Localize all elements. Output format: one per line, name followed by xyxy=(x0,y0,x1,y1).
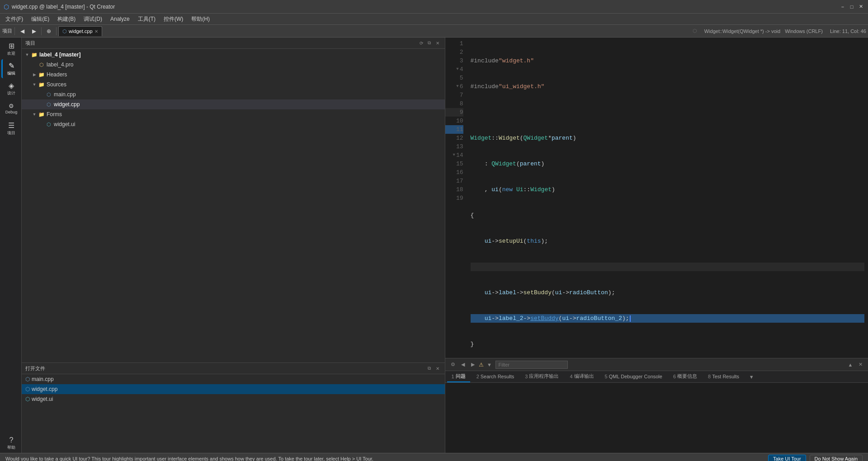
menu-debug[interactable]: 调试(D) xyxy=(80,14,106,24)
headers-arrow: ▶ xyxy=(31,72,38,77)
title-bar: ⬡ widget.cpp @ label_4 [master] - Qt Cre… xyxy=(0,0,868,14)
tab-app-output[interactable]: 3 应用程序输出 xyxy=(520,372,563,382)
ln-3: 3 xyxy=(445,56,463,65)
toolbar-project-icon: 项目 xyxy=(2,28,12,34)
tab-compile-output[interactable]: 4 编译输出 xyxy=(565,372,598,382)
tree-forms[interactable]: ▼ 📁 Forms xyxy=(22,109,445,119)
menu-help[interactable]: 帮助(H) xyxy=(188,14,213,24)
code-line-2: #include "ui_widget.h" xyxy=(471,82,865,91)
bottom-panel-controls: ▲ ✕ xyxy=(846,361,864,369)
widgetcpp-icon: ⬡ xyxy=(45,102,52,108)
line-numbers: 1 2 3 ▼4 5 ▼6 7 8 9 10 11 12 13 ▼14 15 1… xyxy=(445,38,467,358)
rail-project[interactable]: ☰ 项目 xyxy=(1,119,20,138)
tab-general-info[interactable]: 6 概要信息 xyxy=(669,372,702,382)
menu-file[interactable]: 文件(F) xyxy=(2,14,27,24)
bottom-maximize-btn[interactable]: ▲ xyxy=(846,361,854,369)
open-file-widget[interactable]: ⬡ widget.cpp xyxy=(22,384,445,394)
tree-item-pro[interactable]: ▶ ⬡ label_4.pro xyxy=(22,60,445,70)
ln-9: 9 xyxy=(445,108,463,117)
issues-settings-btn[interactable]: ⚙ xyxy=(449,361,457,369)
bottom-close-btn[interactable]: ✕ xyxy=(856,361,864,369)
widgetui-icon: ⬡ xyxy=(45,122,52,127)
toolbar-back-btn[interactable]: ◀ xyxy=(17,26,28,36)
open-files-close-btn[interactable]: ✕ xyxy=(434,365,441,372)
open-file-main[interactable]: ⬡ main.cpp xyxy=(22,374,445,384)
panel-window-btn[interactable]: ⧉ xyxy=(426,39,433,47)
ln-6: ▼6 xyxy=(445,82,463,91)
root-arrow: ▼ xyxy=(24,52,31,57)
rail-debug[interactable]: ⚙ Debug xyxy=(1,99,20,118)
ln-1: 1 xyxy=(445,39,463,48)
panel-title: 项目 xyxy=(25,40,418,47)
code-area[interactable]: #include "widget.h" #include "ui_widget.… xyxy=(467,38,868,358)
tree-widgetcpp[interactable]: ▶ ⬡ widget.cpp xyxy=(22,99,445,109)
ln-14: ▼14 xyxy=(445,151,463,160)
code-line-12: } xyxy=(471,340,865,348)
tree-widgetui[interactable]: ▶ ⬡ widget.ui xyxy=(22,119,445,129)
menu-build[interactable]: 构建(B) xyxy=(54,14,79,24)
toolbar-sep-1 xyxy=(14,27,15,35)
rail-edit[interactable]: ✎ 编辑 xyxy=(1,59,20,78)
tab-close-btn[interactable]: ✕ xyxy=(94,29,98,34)
filter-input[interactable] xyxy=(495,361,568,369)
project-tree: ▼ 📁 label_4 [master] ▶ ⬡ label_4.pro ▶ 📁… xyxy=(22,49,445,362)
ln-8: 8 xyxy=(445,99,463,108)
open-files-list: ⬡ main.cpp ⬡ widget.cpp ⬡ widget.ui xyxy=(22,374,445,453)
notification-bar: Would you like to take a quick UI tour? … xyxy=(0,453,868,461)
issues-filter-btn[interactable]: ▼ xyxy=(486,361,494,369)
code-line-1: #include "widget.h" xyxy=(471,56,865,65)
toolbar-project-btn[interactable]: 项目 xyxy=(2,26,13,36)
project-icon: ☰ xyxy=(8,121,14,130)
issues-next-btn[interactable]: ▶ xyxy=(469,361,477,369)
open-file-ui[interactable]: ⬡ widget.ui xyxy=(22,394,445,404)
help-icon: ? xyxy=(9,436,14,444)
issues-prev-btn[interactable]: ◀ xyxy=(459,361,467,369)
edit-label: 编辑 xyxy=(7,71,15,76)
close-button[interactable]: ✕ xyxy=(857,3,864,10)
main-toolbar: 项目 ◀ ▶ ⊕ ⬡ widget.cpp ✕ ⬡ Widget::Widget… xyxy=(0,25,868,38)
rail-welcome[interactable]: ⊞ 欢迎 xyxy=(1,39,20,58)
notification-text: Would you like to take a quick UI tour? … xyxy=(5,456,764,461)
line-col-indicator: Line: 11, Col: 46 xyxy=(830,28,866,34)
tab-widget-cpp[interactable]: ⬡ widget.cpp ✕ xyxy=(58,26,102,36)
code-line-7: { xyxy=(471,211,865,220)
project-panel: 项目 ⟳ ⧉ ✕ ▼ 📁 label_4 [master] ▶ ⬡ xyxy=(22,38,445,453)
help-label: 帮助 xyxy=(7,445,15,451)
icon-rail: ⊞ 欢迎 ✎ 编辑 ◈ 设计 ⚙ Debug ☰ 项目 ? 帮助 xyxy=(0,38,22,453)
take-tour-btn[interactable]: Take UI Tour xyxy=(768,455,806,461)
tab-search-results[interactable]: 2 Search Results xyxy=(472,372,519,382)
test-results-arrow[interactable]: ▼ xyxy=(747,373,755,381)
menu-controls[interactable]: 控件(W) xyxy=(160,14,187,24)
tab-bar: ⬡ widget.cpp ✕ xyxy=(58,26,690,36)
window-controls: − □ ✕ xyxy=(839,3,864,10)
tab-qml-debug[interactable]: 5 QML Debugger Console xyxy=(600,372,667,382)
menu-tools[interactable]: 工具(T) xyxy=(134,14,159,24)
tab-issues[interactable]: 1 问题 xyxy=(447,372,470,382)
tree-headers[interactable]: ▶ 📁 Headers xyxy=(22,70,445,80)
open-files-window-btn[interactable]: ⧉ xyxy=(426,365,433,372)
minimize-button[interactable]: − xyxy=(839,3,846,10)
menu-analyze[interactable]: Analyze xyxy=(107,15,133,23)
panel-close-btn[interactable]: ✕ xyxy=(434,39,441,47)
title-bar-left: ⬡ widget.cpp @ label_4 [master] - Qt Cre… xyxy=(4,3,115,10)
tree-root[interactable]: ▼ 📁 label_4 [master] xyxy=(22,50,445,60)
sources-folder-icon: 📁 xyxy=(38,82,45,88)
design-label: 设计 xyxy=(7,90,15,96)
ln-11: 11 xyxy=(445,125,463,134)
open-file-main-label: main.cpp xyxy=(32,376,54,382)
pro-label: label_4.pro xyxy=(47,61,73,68)
toolbar-new-btn[interactable]: ⊕ xyxy=(43,26,54,36)
rail-design[interactable]: ◈ 设计 xyxy=(1,79,20,98)
tab-test-results[interactable]: 8 Test Results xyxy=(703,372,744,382)
tree-maincpp[interactable]: ▶ ⬡ main.cpp xyxy=(22,89,445,99)
forms-arrow: ▼ xyxy=(31,112,38,117)
toolbar-forward-btn[interactable]: ▶ xyxy=(28,26,39,36)
menu-edit[interactable]: 编辑(E) xyxy=(28,14,53,24)
rail-help[interactable]: ? 帮助 xyxy=(1,434,20,453)
restore-button[interactable]: □ xyxy=(848,3,855,10)
line-ending-indicator: Windows (CRLF) xyxy=(785,28,823,34)
dont-show-btn[interactable]: Do Not Show Again xyxy=(810,455,863,461)
code-line-11: ui->label_2->setBuddy(ui->radioButton_2)… xyxy=(471,314,865,323)
panel-sync-btn[interactable]: ⟳ xyxy=(418,39,425,47)
tree-sources[interactable]: ▼ 📁 Sources xyxy=(22,80,445,89)
